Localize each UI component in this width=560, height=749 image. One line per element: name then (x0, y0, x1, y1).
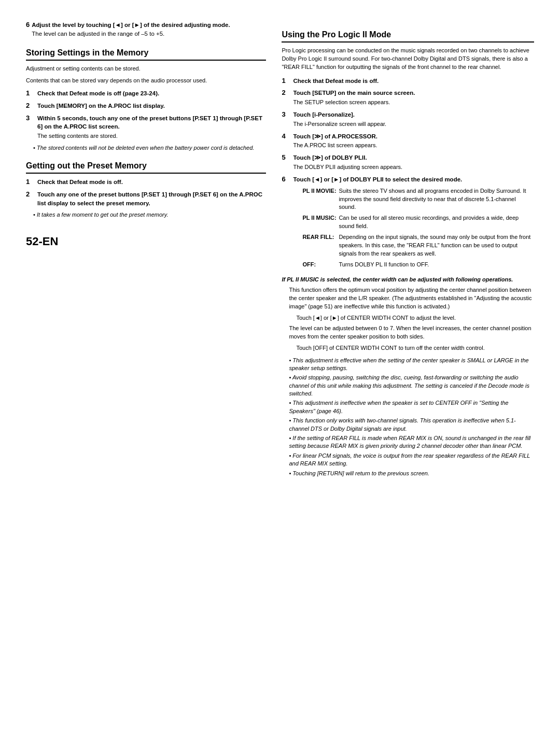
mode-row-music: PL II MUSIC: Can be used for all stereo … (302, 214, 534, 231)
plogic-step2-content: Touch [SETUP] on the main source screen.… (293, 89, 534, 107)
plogic-step1-content: Check that Defeat mode is off. (293, 77, 534, 86)
plogic-step4-sub: The A.PROC list screen appears. (293, 142, 534, 150)
preset-title: Getting out the Preset Memory (26, 161, 266, 174)
preset-step-1: 1 Check that Defeat mode is off. (26, 178, 266, 187)
preset-step1-num: 1 (26, 178, 35, 186)
preset-step-2: 2 Touch any one of the preset buttons [P… (26, 190, 266, 207)
plogic-step5-num: 5 (282, 153, 291, 161)
preset-step2-content: Touch any one of the preset buttons [P.S… (37, 190, 266, 207)
mode-label-off: OFF: (302, 261, 339, 269)
plogic-step-4: 4 Touch [≫] of A.PROCESSOR. The A.PROC l… (282, 132, 534, 150)
mode-label-music: PL II MUSIC: (302, 214, 339, 231)
plogic-step-5: 5 Touch [≫] of DOLBY PLII. The DOLBY PLI… (282, 153, 534, 172)
pro-logic-intro: Pro Logic processing can be conducted on… (282, 47, 534, 72)
italic-bullet-6: Touching [RETURN] will return to the pre… (289, 470, 534, 477)
mode-label-rearfill: REAR FILL: (302, 233, 339, 258)
italic-bullet-1: Avoid stopping, pausing, switching the d… (289, 374, 534, 398)
preset-step2-num: 2 (26, 190, 35, 198)
italic-bullets: This adjustment is effective when the se… (282, 357, 534, 477)
left-column: 6 Adjust the level by touching [◄] or [►… (26, 21, 266, 479)
pro-logic-title: Using the Pro Logic II Mode (282, 30, 534, 43)
step-6-top-bold: Adjust the level by touching [◄] or [►] … (32, 22, 230, 28)
storing-step3-sub: The setting contents are stored. (37, 132, 266, 140)
plogic-step3-content: Touch [i-Personalize]. The i-Personalize… (293, 110, 534, 129)
storing-title: Storing Settings in the Memory (26, 48, 266, 61)
plogic-step6-num: 6 (282, 175, 291, 183)
storing-step2-num: 2 (26, 102, 35, 109)
preset-step1-text: Check that Defeat mode is off. (37, 179, 123, 185)
plogic-step2-bold: Touch [SETUP] on the main source screen. (293, 90, 415, 96)
storing-step3-content: Within 5 seconds, touch any one of the p… (37, 114, 266, 140)
italic-bullet-5: For linear PCM signals, the voice is out… (289, 452, 534, 468)
mode-desc-off: Turns DOLBY PL II function to OFF. (339, 261, 534, 269)
storing-step-3: 3 Within 5 seconds, touch any one of the… (26, 114, 266, 140)
italic-bullet-2: This adjustment is ineffective when the … (289, 399, 534, 415)
top-step-6: 6 Adjust the level by touching [◄] or [►… (26, 21, 266, 39)
plogic-step6-bold: Touch [◄] or [►] of DOLBY PLII to select… (293, 176, 462, 182)
mode-desc-music: Can be used for all stereo music recordi… (339, 214, 534, 231)
plogic-step6-content: Touch [◄] or [►] of DOLBY PLII to select… (293, 175, 534, 272)
modes-table: PL II MOVIE: Suits the stereo TV shows a… (302, 187, 534, 269)
preset-step2-text: Touch any one of the preset buttons [P.S… (37, 191, 262, 206)
plogic-step2-sub: The SETUP selection screen appears. (293, 98, 534, 107)
storing-step1-content: Check that Defeat mode is off (page 23-2… (37, 89, 266, 98)
plogic-step5-bold: Touch [≫] of DOLBY PLII. (293, 154, 367, 161)
storing-bullet: The stored contents will not be deleted … (33, 144, 266, 152)
step-6-top-sub: The level can be adjusted in the range o… (32, 30, 266, 38)
cw-text2: Touch [◄] or [►] of CENTER WIDTH CONT to… (296, 314, 534, 322)
plogic-step3-bold: Touch [i-Personalize]. (293, 111, 355, 118)
section-preset: Getting out the Preset Memory 1 Check th… (26, 161, 266, 219)
storing-step-1: 1 Check that Defeat mode is off (page 23… (26, 89, 266, 98)
page-number: 52-EN (26, 235, 266, 248)
mode-row-off: OFF: Turns DOLBY PL II function to OFF. (302, 261, 534, 269)
plogic-step3-num: 3 (282, 110, 291, 118)
italic-bullet-3: This function only works with two-channe… (289, 417, 534, 433)
plogic-step-3: 3 Touch [i-Personalize]. The i-Personali… (282, 110, 534, 129)
storing-step2-text: Touch [MEMORY] on the A.PROC list displa… (37, 103, 165, 109)
plogic-step2-num: 2 (282, 89, 291, 96)
mode-label-movie: PL II MOVIE: (302, 187, 339, 212)
storing-intro2: Contents that can be stored vary depends… (26, 77, 266, 85)
plogic-step5-content: Touch [≫] of DOLBY PLII. The DOLBY PLII … (293, 153, 534, 172)
storing-step1-num: 1 (26, 89, 35, 97)
cw-text1: This function offers the optimum vocal p… (289, 286, 534, 311)
step-6-top-content: Adjust the level by touching [◄] or [►] … (32, 21, 266, 39)
preset-step1-content: Check that Defeat mode is off. (37, 178, 266, 187)
mode-row-movie: PL II MOVIE: Suits the stereo TV shows a… (302, 187, 534, 212)
plogic-step1-num: 1 (282, 77, 291, 84)
page-container: 6 Adjust the level by touching [◄] or [►… (26, 21, 534, 479)
plogic-step5-sub: The DOLBY PLII adjusting screen appears. (293, 163, 534, 172)
right-column: Using the Pro Logic II Mode Pro Logic pr… (282, 21, 534, 479)
plogic-step4-num: 4 (282, 132, 291, 140)
center-width-section: This function offers the optimum vocal p… (289, 286, 534, 352)
storing-intro1: Adjustment or setting contents can be st… (26, 65, 266, 73)
cw-text4: Touch [OFF] of CENTER WIDTH CONT to turn… (296, 344, 534, 352)
step-num-6-top: 6 (26, 21, 30, 29)
plogic-step-2: 2 Touch [SETUP] on the main source scree… (282, 89, 534, 107)
mode-desc-movie: Suits the stereo TV shows and all progra… (339, 187, 534, 212)
plogic-step3-sub: The i-Personalize screen will appear. (293, 120, 534, 129)
cw-text3: The level can be adjusted between 0 to 7… (289, 324, 534, 341)
preset-bullet: It takes a few moment to get out the pre… (33, 211, 266, 219)
storing-step1-text: Check that Defeat mode is off (page 23-2… (37, 90, 159, 96)
section-storing: Storing Settings in the Memory Adjustmen… (26, 48, 266, 152)
italic-bullet-0: This adjustment is effective when the se… (289, 357, 534, 373)
bold-italic-note: If PL II MUSIC is selected, the center w… (282, 276, 534, 284)
storing-step2-content: Touch [MEMORY] on the A.PROC list displa… (37, 102, 266, 110)
plogic-step-6: 6 Touch [◄] or [►] of DOLBY PLII to sele… (282, 175, 534, 272)
plogic-step1-text: Check that Defeat mode is off. (293, 78, 379, 84)
plogic-step4-bold: Touch [≫] of A.PROCESSOR. (293, 133, 377, 139)
storing-step3-bold: Within 5 seconds, touch any one of the p… (37, 115, 262, 130)
mode-desc-rearfill: Depending on the input signals, the soun… (339, 233, 534, 258)
italic-bullet-4: If the setting of REAR FILL is made when… (289, 434, 534, 450)
plogic-step4-content: Touch [≫] of A.PROCESSOR. The A.PROC lis… (293, 132, 534, 150)
storing-step3-num: 3 (26, 114, 35, 122)
storing-step-2: 2 Touch [MEMORY] on the A.PROC list disp… (26, 102, 266, 110)
mode-row-rearfill: REAR FILL: Depending on the input signal… (302, 233, 534, 258)
plogic-step-1: 1 Check that Defeat mode is off. (282, 77, 534, 86)
